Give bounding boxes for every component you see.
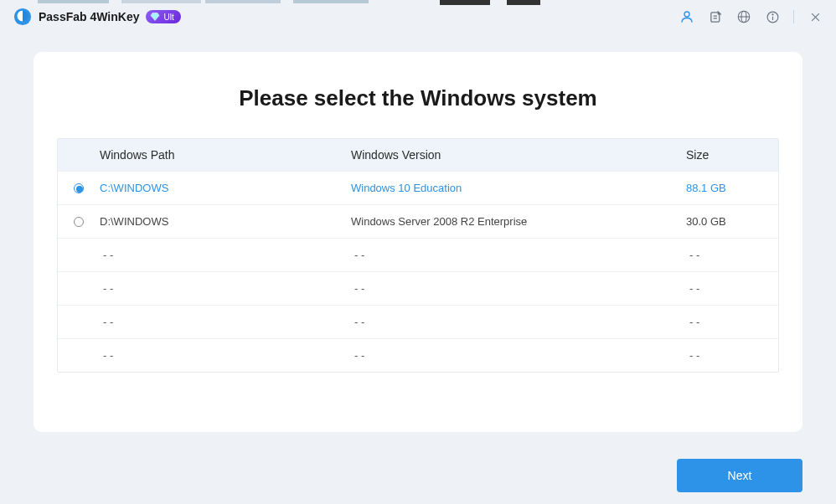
table-row[interactable]: D:\WINDOWSWindows Server 2008 R2 Enterpr… (58, 204, 778, 238)
cell-path: C:\WINDOWS (100, 182, 351, 194)
header-size: Size (686, 148, 778, 162)
app-title: PassFab 4WinKey (39, 10, 139, 23)
table-row: - -- -- - (58, 238, 778, 271)
table-row: - -- -- - (58, 338, 778, 372)
header-path: Windows Path (100, 148, 351, 162)
svg-point-1 (684, 12, 689, 17)
cell-size: - - (686, 349, 778, 362)
cell-path: - - (100, 349, 351, 362)
cell-version: Windows 10 Education (351, 182, 686, 194)
close-icon[interactable] (808, 9, 823, 24)
cell-path: - - (100, 282, 351, 295)
cell-size: 88.1 GB (686, 182, 778, 194)
app-logo-icon (13, 8, 32, 26)
cell-path: - - (100, 249, 351, 261)
titlebar-left: PassFab 4WinKey Ult (13, 8, 181, 26)
cell-version: - - (351, 282, 686, 295)
cell-size: - - (686, 249, 778, 261)
footer: Next (0, 445, 836, 492)
cell-path: D:\WINDOWS (100, 215, 351, 228)
language-icon[interactable] (736, 9, 751, 24)
table-header: Windows Path Windows Version Size (58, 139, 778, 171)
table-row[interactable]: C:\WINDOWSWindows 10 Education88.1 GB (58, 171, 778, 204)
svg-point-10 (771, 13, 772, 14)
table-row: - -- -- - (58, 271, 778, 305)
main-card: Please select the Windows system Windows… (34, 52, 802, 432)
cell-version: Windows Server 2008 R2 Enterprise (351, 215, 686, 228)
table-row: - -- -- - (58, 305, 778, 338)
cell-size: - - (686, 282, 778, 295)
feedback-icon[interactable] (708, 9, 723, 24)
titlebar-right (679, 9, 823, 24)
diamond-icon (149, 11, 161, 23)
cell-version: - - (351, 249, 686, 261)
cell-version: - - (351, 349, 686, 362)
titlebar: PassFab 4WinKey Ult (0, 0, 836, 33)
titlebar-divider (793, 10, 794, 23)
badge-text: Ult (163, 13, 173, 22)
next-button[interactable]: Next (677, 459, 802, 492)
cell-path: - - (100, 316, 351, 328)
windows-system-table: Windows Path Windows Version Size C:\WIN… (57, 138, 779, 373)
info-icon[interactable] (765, 9, 780, 24)
radio-button[interactable] (74, 183, 84, 193)
radio-button[interactable] (74, 217, 84, 227)
page-title: Please select the Windows system (57, 85, 779, 111)
cell-version: - - (351, 316, 686, 328)
user-icon[interactable] (679, 9, 694, 24)
ultimate-badge: Ult (146, 10, 180, 23)
cell-size: 30.0 GB (686, 215, 778, 228)
cell-size: - - (686, 316, 778, 328)
header-version: Windows Version (351, 148, 686, 162)
